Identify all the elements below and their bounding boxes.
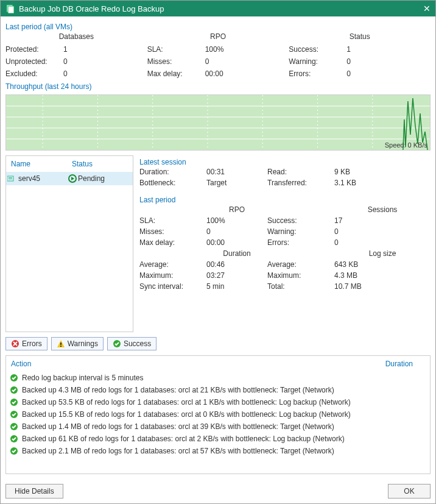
misses2-value: 0 xyxy=(206,227,267,236)
unprotected-label: Unprotected: xyxy=(5,57,63,66)
transferred-label: Transferred: xyxy=(267,179,334,187)
protected-value: 1 xyxy=(63,45,68,54)
avg2-value: 643 KB xyxy=(334,260,431,269)
success-label: Success: xyxy=(289,45,346,54)
action-text: Backed up 4.3 MB of redo logs for 1 data… xyxy=(22,386,334,394)
window-title: Backup Job DB Oracle Redo Log Backup xyxy=(19,4,423,13)
warning2-label: Warning: xyxy=(267,227,334,236)
avg-label: Average: xyxy=(139,260,206,269)
vm-status: Pending xyxy=(78,174,105,183)
action-list[interactable]: Redo log backup interval is 5 minutes Ba… xyxy=(6,372,430,474)
action-text: Backed up 15.5 KB of redo logs for 1 dat… xyxy=(22,410,351,419)
hide-details-button[interactable]: Hide Details xyxy=(5,484,63,499)
errors-label: Errors: xyxy=(289,69,346,78)
success-icon xyxy=(10,422,18,431)
vm-list-header: Name Status xyxy=(6,156,133,172)
avg2-label: Average: xyxy=(267,260,334,269)
vm-name: serv45 xyxy=(17,174,67,183)
header-status: Status xyxy=(289,32,431,43)
max2-value: 4.3 MB xyxy=(334,271,431,280)
read-label: Read: xyxy=(267,168,334,176)
svg-rect-15 xyxy=(9,177,12,178)
transferred-value: 3.1 KB xyxy=(334,179,431,187)
filter-errors-label: Errors xyxy=(22,339,42,348)
errors-value: 0 xyxy=(346,69,351,78)
success-icon xyxy=(10,398,18,406)
filter-bar: Errors Warnings Success xyxy=(5,337,431,350)
success2-value: 17 xyxy=(334,216,431,225)
svg-rect-2 xyxy=(6,95,430,150)
ok-button[interactable]: OK xyxy=(388,484,431,499)
action-header-action[interactable]: Action xyxy=(11,360,385,368)
stats-row2: Unprotected:0 Misses:0 Warning:0 xyxy=(5,55,431,68)
success-icon xyxy=(10,447,18,455)
job-icon xyxy=(5,4,15,13)
stats-headers: Databases RPO Status xyxy=(5,32,431,43)
success-icon xyxy=(113,339,121,348)
hdr-rpo: RPO xyxy=(206,205,267,214)
hdr-logsize: Log size xyxy=(334,249,431,258)
server-icon xyxy=(6,175,17,182)
errors2-label: Errors: xyxy=(267,238,334,247)
details-panel: Latest session Duration:00:31 Read:9 KB … xyxy=(139,155,431,332)
col-name[interactable]: Name xyxy=(6,156,67,172)
action-row[interactable]: Backed up 61 KB of redo logs for 1 datab… xyxy=(10,433,430,445)
success-icon xyxy=(10,435,18,443)
action-panel: Action Duration Redo log backup interval… xyxy=(5,355,431,474)
success-icon xyxy=(10,386,18,394)
success-icon xyxy=(10,410,18,419)
header-rpo: RPO xyxy=(147,32,289,43)
filter-warnings-label: Warnings xyxy=(68,339,98,348)
sla2-value: 100% xyxy=(206,216,267,225)
hdr-duration: Duration xyxy=(206,249,267,258)
maxdelay2-label: Max delay: xyxy=(139,238,206,247)
unprotected-value: 0 xyxy=(63,57,68,66)
total-label: Total: xyxy=(267,282,334,291)
footer: Hide Details OK xyxy=(1,479,435,503)
warning2-value: 0 xyxy=(334,227,431,236)
success-value: 1 xyxy=(346,45,351,54)
filter-success-button[interactable]: Success xyxy=(107,337,156,350)
stats-row1: Protected:1 SLA:100% Success:1 xyxy=(5,43,431,55)
protected-label: Protected: xyxy=(5,45,63,54)
sla-value: 100% xyxy=(205,45,224,54)
warning-label: Warning: xyxy=(289,57,346,66)
action-row[interactable]: Redo log backup interval is 5 minutes xyxy=(10,372,430,384)
hdr-sessions: Sessions xyxy=(334,205,431,214)
action-row[interactable]: Backed up 15.5 KB of redo logs for 1 dat… xyxy=(10,408,430,421)
action-row[interactable]: Backed up 4.3 MB of redo logs for 1 data… xyxy=(10,384,430,396)
success2-label: Success: xyxy=(267,216,334,225)
title-bar: Backup Job DB Oracle Redo Log Backup ✕ xyxy=(1,1,435,16)
action-header-duration[interactable]: Duration xyxy=(385,360,413,368)
filter-warnings-button[interactable]: Warnings xyxy=(51,337,104,350)
pending-icon xyxy=(67,174,78,183)
stats-row3: Excluded:0 Max delay:00:00 Errors:0 xyxy=(5,68,431,80)
maxdelay-label: Max delay: xyxy=(147,69,205,78)
action-row[interactable]: Backed up 53.5 KB of redo logs for 1 dat… xyxy=(10,396,430,408)
action-row[interactable]: Backed up 1.4 MB of redo logs for 1 data… xyxy=(10,421,430,433)
sync-label: Sync interval: xyxy=(139,282,206,291)
bottleneck-value: Target xyxy=(206,179,267,187)
misses2-label: Misses: xyxy=(139,227,206,236)
filter-errors-button[interactable]: Errors xyxy=(5,337,47,350)
col-status[interactable]: Status xyxy=(67,156,97,172)
max2-label: Maximum: xyxy=(267,271,334,280)
sla2-label: SLA: xyxy=(139,216,206,225)
maxdelay-value: 00:00 xyxy=(205,69,223,78)
filter-success-label: Success xyxy=(124,339,151,348)
vm-row[interactable]: serv45 Pending xyxy=(6,172,133,185)
close-icon[interactable]: ✕ xyxy=(423,4,431,13)
action-row[interactable]: Backed up 2.1 MB of redo logs for 1 data… xyxy=(10,445,430,457)
action-header: Action Duration xyxy=(6,356,430,372)
latest-session-label: Latest session xyxy=(139,155,431,168)
header-databases: Databases xyxy=(5,32,147,43)
total-value: 10.7 MB xyxy=(334,282,431,291)
read-value: 9 KB xyxy=(334,168,431,176)
success-icon xyxy=(10,374,18,382)
avg-value: 00:46 xyxy=(206,260,267,269)
vm-list: Name Status serv45 Pending xyxy=(5,155,133,332)
misses-value: 0 xyxy=(205,57,209,66)
errors2-value: 0 xyxy=(334,238,431,247)
svg-rect-1 xyxy=(8,6,14,13)
throughput-label: Throughput (last 24 hours) xyxy=(5,80,431,92)
